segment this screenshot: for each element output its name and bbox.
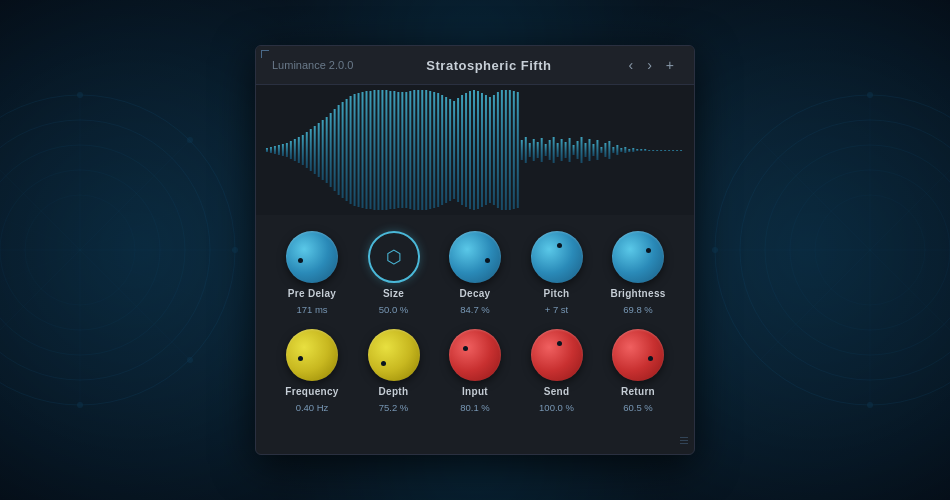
next-preset-button[interactable]: › xyxy=(643,56,656,74)
knob-group-input[interactable]: Input80.1 % xyxy=(439,329,511,413)
knob-brightness[interactable] xyxy=(612,231,664,283)
knob-value-decay: 84.7 % xyxy=(460,304,490,315)
knob-size[interactable]: ⬡ xyxy=(368,231,420,283)
svg-rect-81 xyxy=(461,95,463,205)
svg-rect-33 xyxy=(270,147,272,153)
knob-group-send[interactable]: Send100.0 % xyxy=(521,329,593,413)
svg-rect-103 xyxy=(549,140,551,160)
svg-rect-119 xyxy=(612,147,614,153)
knob-group-brightness[interactable]: Brightness69.8 % xyxy=(602,231,674,315)
svg-rect-113 xyxy=(588,139,590,161)
svg-rect-96 xyxy=(521,140,523,160)
svg-rect-116 xyxy=(600,147,602,153)
knob-value-frequency: 0.40 Hz xyxy=(296,402,329,413)
svg-rect-35 xyxy=(278,145,280,155)
svg-rect-62 xyxy=(385,90,387,210)
knob-input[interactable] xyxy=(449,329,501,381)
svg-rect-120 xyxy=(616,145,618,155)
svg-rect-109 xyxy=(573,145,575,155)
waveform-display xyxy=(256,85,694,215)
knob-send[interactable] xyxy=(531,329,583,381)
knob-depth[interactable] xyxy=(368,329,420,381)
svg-rect-122 xyxy=(624,147,626,153)
svg-rect-102 xyxy=(545,144,547,156)
knob-value-input: 80.1 % xyxy=(460,402,490,413)
knob-group-pre-delay[interactable]: Pre Delay171 ms xyxy=(276,231,348,315)
knob-group-frequency[interactable]: Frequency0.40 Hz xyxy=(276,329,348,413)
svg-rect-63 xyxy=(389,91,391,209)
svg-point-29 xyxy=(867,402,873,408)
waveform-svg xyxy=(256,85,694,215)
svg-rect-43 xyxy=(310,129,312,171)
svg-rect-77 xyxy=(445,97,447,203)
svg-rect-42 xyxy=(306,132,308,168)
knob-pre-delay[interactable] xyxy=(286,231,338,283)
svg-rect-44 xyxy=(314,126,316,174)
knob-value-return: 60.5 % xyxy=(623,402,653,413)
svg-rect-83 xyxy=(469,91,471,209)
knob-group-pitch[interactable]: Pitch+ 7 st xyxy=(521,231,593,315)
svg-rect-40 xyxy=(298,137,300,163)
knob-value-send: 100.0 % xyxy=(539,402,574,413)
svg-rect-66 xyxy=(401,92,403,208)
knob-dot xyxy=(298,356,303,361)
svg-rect-72 xyxy=(425,90,427,210)
knob-group-size[interactable]: ⬡Size50.0 % xyxy=(358,231,430,315)
svg-rect-125 xyxy=(636,149,638,151)
svg-rect-71 xyxy=(421,90,423,210)
svg-rect-54 xyxy=(354,94,356,206)
svg-rect-58 xyxy=(369,91,371,209)
knob-value-brightness: 69.8 % xyxy=(623,304,653,315)
svg-rect-104 xyxy=(553,137,555,163)
knob-frequency[interactable] xyxy=(286,329,338,381)
svg-rect-38 xyxy=(290,141,292,159)
svg-rect-92 xyxy=(505,90,507,210)
svg-point-30 xyxy=(712,247,718,253)
svg-rect-67 xyxy=(405,92,407,208)
knob-group-return[interactable]: Return60.5 % xyxy=(602,329,674,413)
svg-rect-56 xyxy=(362,92,364,208)
svg-rect-114 xyxy=(592,144,594,156)
svg-rect-39 xyxy=(294,139,296,161)
svg-rect-86 xyxy=(481,93,483,207)
svg-rect-112 xyxy=(585,143,587,157)
resize-handle[interactable] xyxy=(678,440,688,450)
mandala-left xyxy=(0,90,240,410)
svg-rect-121 xyxy=(620,148,622,152)
svg-rect-50 xyxy=(338,105,340,195)
add-preset-button[interactable]: + xyxy=(662,56,678,74)
svg-rect-136 xyxy=(680,150,682,151)
knob-return[interactable] xyxy=(612,329,664,381)
svg-rect-98 xyxy=(529,143,531,157)
svg-rect-41 xyxy=(302,135,304,165)
svg-rect-88 xyxy=(489,97,491,203)
knob-dot xyxy=(463,346,468,351)
svg-rect-130 xyxy=(656,150,658,151)
svg-rect-94 xyxy=(513,91,515,209)
preset-name: Stratospheric Fifth xyxy=(426,58,551,73)
svg-rect-126 xyxy=(640,149,642,151)
svg-rect-74 xyxy=(433,92,435,208)
svg-rect-64 xyxy=(393,91,395,209)
knob-value-pre-delay: 171 ms xyxy=(296,304,327,315)
knobs-row-2: Frequency0.40 HzDepth75.2 %Input80.1 %Se… xyxy=(276,329,674,413)
knob-label-pitch: Pitch xyxy=(544,288,570,299)
knob-value-size: 50.0 % xyxy=(379,304,409,315)
prev-preset-button[interactable]: ‹ xyxy=(624,56,637,74)
knob-group-decay[interactable]: Decay84.7 % xyxy=(439,231,511,315)
svg-rect-110 xyxy=(577,141,579,159)
svg-rect-93 xyxy=(509,90,511,210)
knob-pitch[interactable] xyxy=(531,231,583,283)
knob-group-depth[interactable]: Depth75.2 % xyxy=(358,329,430,413)
knob-decay[interactable] xyxy=(449,231,501,283)
svg-rect-115 xyxy=(596,140,598,160)
knob-label-size: Size xyxy=(383,288,404,299)
svg-rect-123 xyxy=(628,149,630,152)
svg-rect-111 xyxy=(581,137,583,163)
svg-rect-51 xyxy=(342,102,344,198)
svg-rect-32 xyxy=(266,148,268,152)
svg-rect-34 xyxy=(274,146,276,154)
knob-dot xyxy=(298,258,303,263)
svg-rect-46 xyxy=(322,120,324,180)
svg-rect-68 xyxy=(409,91,411,209)
